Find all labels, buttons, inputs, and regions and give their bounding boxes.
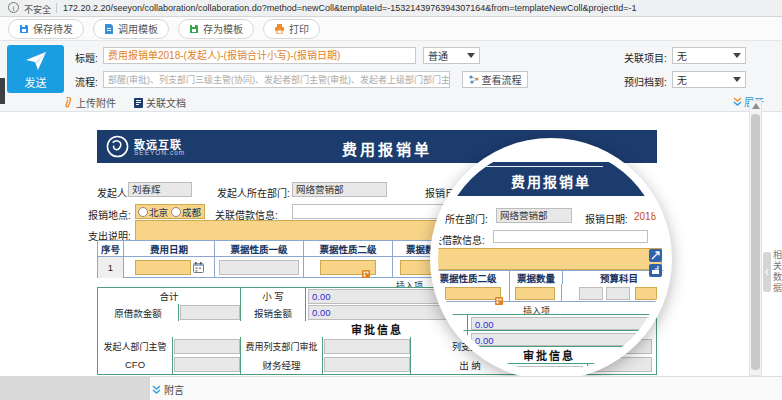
cell-nature1 [215, 257, 304, 278]
mag-value2: 0.00 [471, 333, 651, 346]
magnifier-circle: 费用报销单 所在部门: 网络营销部 报销日期: 2018- 关借款信息: 票据性… [430, 138, 672, 380]
send-label: 发送 [7, 74, 64, 90]
collapse-left-icon [763, 252, 771, 292]
view-flow-label: 查看流程 [482, 72, 522, 87]
prearchive-label: 预归档到: [624, 74, 667, 89]
approver2-input [324, 339, 410, 354]
prearchive-select[interactable]: 无 [672, 71, 746, 88]
view-flow-button[interactable]: 查看流程 [462, 71, 528, 88]
divider [56, 3, 57, 13]
print-label: 打印 [289, 21, 309, 36]
flow-value: 部醒(审批)、列支部门三级主管(协同)、发起者部门主管(审批)、发起者上级部门部… [108, 75, 450, 85]
mag-divider [467, 331, 468, 348]
approver2-cell [323, 337, 411, 355]
radio-icon [138, 207, 148, 217]
calendar-icon[interactable] [193, 262, 204, 273]
orig-loan-label: 原借款金额 [98, 304, 179, 321]
cell-nature2 [304, 257, 393, 278]
mag-nature2-input [445, 287, 501, 300]
flow-input[interactable]: 部醒(审批)、列支部门三级主管(协同)、发起者部门主管(审批)、发起者上级部门部… [103, 71, 450, 88]
link-document-link[interactable]: 关联文档 [134, 95, 186, 110]
title-input[interactable]: 费用报销单2018-(发起人)-(报销合计小写)-(报销日期) [103, 47, 416, 64]
initiator-dept-label: 发起人所在部门: [217, 185, 290, 200]
mag-budget-extra-input [635, 287, 657, 300]
col-date: 费用日期 [124, 241, 215, 256]
title-label: 标题: [75, 50, 98, 65]
upload-attachment-label: 上传附件 [76, 95, 116, 110]
logo-text-en: SEEYON.com [134, 149, 185, 156]
expand-field-icon[interactable] [649, 249, 662, 262]
nature1-input [219, 260, 299, 275]
flow-label: 流程: [75, 74, 98, 89]
title-value: 费用报销单2018-(发起人)-(报销合计小写)-(报销日期) [108, 50, 340, 61]
send-button[interactable]: 发送 [7, 45, 64, 93]
double-chevron-down-icon [733, 97, 742, 107]
chevron-down-icon [467, 53, 475, 58]
print-button[interactable]: 打印 [263, 19, 320, 39]
save-as-template-label: 存为模板 [203, 21, 243, 36]
col-nature1: 票据性质一级 [215, 241, 304, 256]
mag-lookup-icon [495, 297, 503, 305]
date-input[interactable] [135, 260, 191, 275]
link-document-label: 关联文档 [146, 95, 186, 110]
initiator-label: 发起人: [97, 185, 130, 200]
approver4-label: CFO [98, 355, 173, 374]
priority-select[interactable]: 普通 [423, 47, 480, 64]
paperclip-icon [64, 97, 73, 108]
approver1-input [174, 339, 240, 354]
document-icon [134, 98, 143, 108]
mag-col-nature2: 票据性质二级 [438, 271, 510, 284]
use-template-button[interactable]: 调用模板 [93, 19, 169, 39]
save-icon [19, 24, 29, 34]
related-project-select[interactable]: 无 [672, 47, 746, 64]
radio-beijing-label: 北京 [149, 205, 168, 219]
cell-date [124, 257, 215, 278]
radio-icon [171, 207, 181, 217]
reimburse-label: 报销金额 [241, 304, 306, 321]
mag-loan-input [493, 230, 648, 243]
save-as-template-button[interactable]: 存为模板 [178, 19, 254, 39]
seeyon-logo-icon [106, 135, 129, 158]
use-template-label: 调用模板 [118, 21, 158, 36]
save-draft-button[interactable]: 保存待发 [8, 19, 84, 39]
mag-budget-input [579, 287, 603, 300]
footer-grey-block [0, 377, 150, 400]
approver4-cell [173, 355, 241, 374]
mag-dept-label: 所在部门: [445, 211, 488, 226]
mag-col-divider [561, 284, 562, 302]
left-panel-sliver [0, 78, 5, 104]
note-toggle[interactable]: 附言 [152, 382, 184, 397]
security-label: 不安全 [24, 3, 51, 16]
approver2-label: 费用列支部门审批 [241, 337, 323, 355]
scroll-thumb[interactable] [751, 114, 760, 370]
address-url[interactable]: 172.20.2.20/seeyon/collaboration/collabo… [63, 3, 763, 13]
collapse-field-icon[interactable] [649, 264, 662, 277]
footer-bar: 附言 [0, 376, 782, 400]
info-icon[interactable]: i [8, 2, 19, 13]
orig-loan-input [180, 305, 240, 320]
magnifier-content: 费用报销单 所在部门: 网络营销部 报销日期: 2018- 关借款信息: 票据性… [438, 146, 664, 372]
row-index: 1 [98, 257, 124, 278]
radio-beijing[interactable]: 北京 [138, 205, 168, 219]
mag-divider [587, 364, 588, 372]
location-label: 报销地点: [88, 207, 131, 222]
radio-chengdu[interactable]: 成都 [171, 205, 201, 219]
right-panel-tab[interactable]: 相关数据 [771, 250, 782, 294]
location-options: 北京 成都 [135, 204, 205, 219]
mag-col-qty: 票据数量 [510, 271, 563, 284]
right-panel-handle[interactable] [763, 252, 771, 292]
upload-attachment-link[interactable]: 上传附件 [64, 95, 116, 110]
mag-expense-band [438, 248, 662, 270]
lookup-icon[interactable] [362, 270, 370, 278]
save-draft-label: 保存待发 [33, 21, 73, 36]
col-nature2: 票据性质二级 [304, 241, 393, 256]
approver5-input [324, 357, 410, 372]
scroll-up-icon[interactable] [752, 103, 760, 109]
mag-loan-label: 关借款信息: [438, 232, 485, 247]
mag-budget-input [606, 287, 630, 300]
mag-value1: 0.00 [471, 317, 651, 330]
browser-bar: i 不安全 172.20.2.20/seeyon/collaboration/c… [0, 0, 782, 17]
approver5-cell [323, 355, 411, 374]
mag-header-line [483, 166, 603, 167]
double-chevron-down-icon [152, 385, 161, 395]
